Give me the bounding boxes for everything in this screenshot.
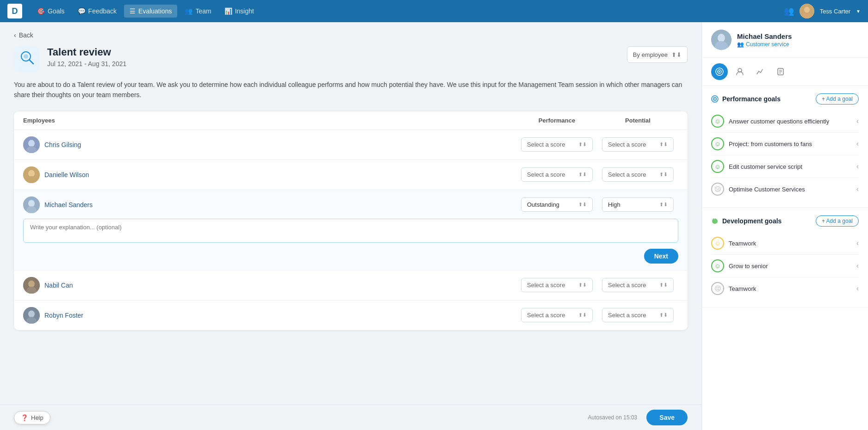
chevron-down-icon: ▼ bbox=[856, 9, 861, 14]
goal-item-pg1[interactable]: ☺ Answer customer questions efficiently … bbox=[711, 110, 859, 133]
tab-chart[interactable] bbox=[752, 63, 769, 80]
chevron-icon-dg1: ‹ bbox=[856, 239, 859, 247]
employee-row-danielle: Danielle Wilson Select a score ⬆⬇ Select… bbox=[14, 160, 688, 190]
score-arrows-icon: ⬆⬇ bbox=[659, 172, 668, 178]
tab-goals[interactable] bbox=[711, 63, 728, 80]
nav-insight[interactable]: 📊 Insight bbox=[219, 5, 260, 18]
dev-goals-title-row: Development goals + Add a goal bbox=[711, 215, 859, 227]
goals-icon: 🎯 bbox=[37, 7, 45, 15]
review-icon bbox=[14, 46, 40, 72]
panel-person-info: Michael Sanders 👥 Customer service bbox=[737, 32, 792, 48]
employee-row-main-nabil: Nabil Can Select a score ⬆⬇ Select a sco… bbox=[23, 277, 678, 294]
performance-goals-section: Performance goals + Add a goal ☺ Answer … bbox=[702, 86, 868, 208]
chevron-icon-pg1: ‹ bbox=[856, 117, 859, 125]
perf-select-danielle[interactable]: Select a score ⬆⬇ bbox=[521, 167, 593, 182]
name-nabil: Nabil Can bbox=[44, 282, 73, 289]
employee-info-nabil: Nabil Can bbox=[23, 277, 516, 294]
goal-name-pg4: Optimise Customer Services bbox=[729, 186, 856, 193]
score-arrows-icon: ⬆⬇ bbox=[659, 282, 668, 288]
tab-person[interactable] bbox=[732, 63, 748, 80]
perf-select-nabil[interactable]: Select a score ⬆⬇ bbox=[521, 278, 593, 292]
employee-row-robyn: Robyn Foster Select a score ⬆⬇ Select a … bbox=[14, 301, 688, 330]
goal-item-pg2[interactable]: ☺ Project: from customers to fans ‹ bbox=[711, 133, 859, 155]
name-robyn: Robyn Foster bbox=[44, 312, 83, 319]
right-panel: Michael Sanders 👥 Customer service bbox=[701, 22, 868, 430]
perf-goals-title: Performance goals bbox=[711, 95, 781, 103]
view-toggle[interactable]: By employee ⬆⬇ bbox=[627, 46, 688, 63]
goal-name-pg3: Edit customer service script bbox=[729, 163, 856, 170]
goal-item-dg1[interactable]: ☺ Teamwork ‹ bbox=[711, 232, 859, 255]
employee-row-michael: Michael Sanders Outstanding ⬆⬇ High ⬆⬇ N… bbox=[14, 190, 688, 270]
goal-icon-dg2: ☺ bbox=[711, 259, 724, 272]
panel-person-dept: 👥 Customer service bbox=[737, 41, 792, 48]
dev-goals-title: Development goals bbox=[711, 217, 781, 225]
review-title: Talent review bbox=[47, 46, 620, 58]
score-arrows-icon: ⬆⬇ bbox=[578, 172, 587, 178]
table-header: Employees Performance Potential bbox=[14, 111, 688, 130]
perf-select-robyn[interactable]: Select a score ⬆⬇ bbox=[521, 308, 593, 322]
tab-notes[interactable] bbox=[772, 63, 789, 80]
panel-header: Michael Sanders 👥 Customer service bbox=[702, 22, 868, 58]
goal-item-pg3[interactable]: ☺ Edit customer service script ‹ bbox=[711, 155, 859, 178]
goal-name-dg2: Grow to senior bbox=[729, 263, 856, 270]
users-icon[interactable]: 👥 bbox=[784, 6, 794, 16]
panel-person-name: Michael Sanders bbox=[737, 32, 792, 40]
nav-team[interactable]: 👥 Team bbox=[179, 5, 217, 18]
perf-select-chris[interactable]: Select a score ⬆⬇ bbox=[521, 137, 593, 152]
panel-tabs bbox=[702, 58, 868, 86]
goal-icon-pg4: ☹ bbox=[711, 183, 724, 196]
col-performance: Performance bbox=[516, 117, 597, 124]
svg-point-10 bbox=[28, 170, 35, 177]
goal-item-dg3[interactable]: ☹ Teamwork ‹ bbox=[711, 277, 859, 300]
svg-point-26 bbox=[719, 71, 720, 73]
nav-feedback[interactable]: 💬 Feedback bbox=[72, 5, 122, 18]
logo[interactable]: D bbox=[7, 4, 22, 18]
autosave-prefix: Autosa bbox=[588, 414, 605, 421]
pot-select-michael[interactable]: High ⬆⬇ bbox=[602, 197, 674, 212]
top-navigation: D 🎯 Goals 💬 Feedback ☰ Evaluations 👥 Tea… bbox=[0, 0, 868, 22]
nav-goals[interactable]: 🎯 Goals bbox=[31, 5, 70, 18]
employee-row-chris: Chris Gilsing Select a score ⬆⬇ Select a… bbox=[14, 130, 688, 160]
pot-select-robyn[interactable]: Select a score ⬆⬇ bbox=[602, 308, 674, 322]
avatar-michael bbox=[23, 197, 40, 213]
review-description: You are about to do a Talent review of y… bbox=[14, 80, 688, 100]
autosaved-label: Autosaved on 15:03 bbox=[588, 414, 638, 421]
main-layout: ‹ Back Talent review Jul 12, 2021 - Aug … bbox=[0, 22, 868, 430]
back-button[interactable]: ‹ Back bbox=[14, 31, 688, 39]
svg-point-22 bbox=[718, 34, 725, 42]
goal-name-dg1: Teamwork bbox=[729, 240, 856, 247]
perf-select-michael[interactable]: Outstanding ⬆⬇ bbox=[521, 197, 593, 212]
back-arrow-icon: ‹ bbox=[14, 31, 16, 39]
help-button[interactable]: ❓ Help bbox=[14, 411, 50, 424]
goal-name-pg1: Answer customer questions efficiently bbox=[729, 118, 856, 125]
svg-point-13 bbox=[28, 200, 35, 207]
panel-avatar bbox=[711, 30, 732, 50]
col-potential: Potential bbox=[597, 117, 678, 124]
svg-point-1 bbox=[804, 7, 810, 13]
pot-select-nabil[interactable]: Select a score ⬆⬇ bbox=[602, 278, 674, 292]
goal-item-pg4[interactable]: ☹ Optimise Customer Services ‹ bbox=[711, 178, 859, 200]
svg-point-16 bbox=[28, 280, 35, 287]
employee-row-main-michael: Michael Sanders Outstanding ⬆⬇ High ⬆⬇ bbox=[23, 197, 678, 213]
add-perf-goal-button[interactable]: + Add a goal bbox=[816, 93, 859, 104]
nav-evaluations[interactable]: ☰ Evaluations bbox=[124, 5, 177, 18]
employees-table: Employees Performance Potential bbox=[14, 111, 688, 330]
svg-point-4 bbox=[24, 54, 28, 59]
employee-row-nabil: Nabil Can Select a score ⬆⬇ Select a sco… bbox=[14, 270, 688, 301]
name-danielle: Danielle Wilson bbox=[44, 171, 89, 178]
pot-select-danielle[interactable]: Select a score ⬆⬇ bbox=[602, 167, 674, 182]
save-button[interactable]: Save bbox=[646, 410, 688, 425]
user-avatar[interactable] bbox=[800, 4, 814, 18]
explanation-input[interactable] bbox=[23, 219, 678, 243]
name-chris: Chris Gilsing bbox=[44, 141, 81, 148]
add-dev-goal-button[interactable]: + Add a goal bbox=[816, 215, 859, 227]
user-name: Tess Carter bbox=[820, 8, 850, 15]
content-area: ‹ Back Talent review Jul 12, 2021 - Aug … bbox=[0, 22, 701, 430]
chevron-icon-pg4: ‹ bbox=[856, 185, 859, 193]
svg-point-34 bbox=[714, 98, 715, 99]
next-button[interactable]: Next bbox=[644, 249, 678, 264]
goal-item-dg2[interactable]: ☺ Grow to senior ‹ bbox=[711, 255, 859, 277]
employee-info-danielle: Danielle Wilson bbox=[23, 166, 516, 183]
pot-select-chris[interactable]: Select a score ⬆⬇ bbox=[602, 137, 674, 152]
employee-info-chris: Chris Gilsing bbox=[23, 136, 516, 153]
